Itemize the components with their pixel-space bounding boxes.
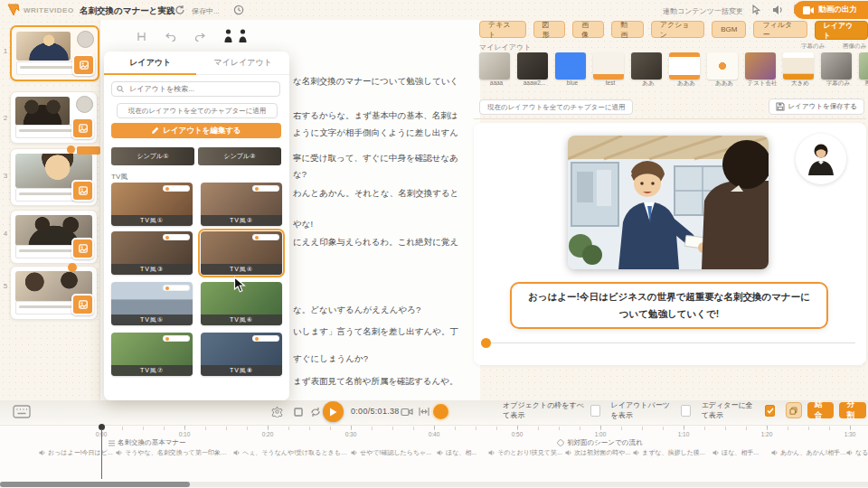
timeline-chapter-2[interactable]: 初対面のシーンでの流れ bbox=[557, 438, 643, 447]
option-label: レイアウトパーツを表示 bbox=[611, 400, 675, 420]
checkbox-show-all-editor[interactable] bbox=[765, 405, 775, 417]
preview-progress-handle[interactable] bbox=[481, 338, 491, 348]
merge-button[interactable]: 結合 bbox=[807, 402, 835, 418]
tab-my-layout[interactable]: マイレイアウト bbox=[197, 52, 290, 74]
tab-filter[interactable]: フィルター bbox=[753, 21, 807, 38]
checkbox-layout-parts[interactable] bbox=[681, 405, 691, 417]
tab-text[interactable]: テキスト bbox=[479, 21, 526, 38]
tab-action[interactable]: アクション bbox=[651, 21, 704, 38]
narrator-figure bbox=[796, 134, 846, 184]
save-layout-button[interactable]: レイアウトを保存する bbox=[769, 99, 864, 115]
play-button[interactable] bbox=[323, 401, 344, 422]
timeline-clip[interactable]: 次は初対面の時や... bbox=[565, 448, 630, 457]
layout-search[interactable] bbox=[111, 81, 280, 97]
layout-item-tv-5[interactable]: TV風⑤ bbox=[111, 282, 193, 325]
timeline-clip[interactable]: ほな、相手... bbox=[712, 448, 759, 457]
layout-quick-button[interactable] bbox=[71, 117, 94, 139]
layout-quick-button[interactable] bbox=[71, 238, 94, 259]
layout-quick-button[interactable] bbox=[71, 180, 94, 202]
ruler-label: 0:40 bbox=[429, 431, 440, 437]
chapter-thumbnail bbox=[15, 97, 70, 126]
camera-icon[interactable] bbox=[401, 407, 413, 417]
keyboard-shortcut-icon[interactable] bbox=[13, 405, 31, 418]
timeline-clip[interactable]: そのとおり!技見て笑... bbox=[488, 448, 562, 457]
tab-image[interactable]: 画像 bbox=[572, 21, 604, 38]
loop-icon[interactable] bbox=[310, 407, 321, 418]
scene-image[interactable] bbox=[568, 136, 769, 269]
timeline-clip[interactable]: あかん、あかん!相手の名... bbox=[771, 448, 847, 457]
zoom-knob[interactable] bbox=[431, 402, 450, 421]
display-options: オブジェクトの枠をすべて表示 レイアウトパーツを表示 エディターに全て表示 結合… bbox=[503, 401, 866, 419]
audio-icon[interactable] bbox=[772, 5, 784, 15]
sync-icon[interactable] bbox=[175, 5, 185, 15]
tab-video[interactable]: 動画 bbox=[611, 21, 643, 38]
timeline-chapter-1[interactable]: 名刺交換の基本マナー bbox=[108, 438, 186, 447]
badge-pill bbox=[163, 335, 190, 342]
layout-quick-button[interactable] bbox=[72, 54, 95, 76]
layout-item-tv-3[interactable]: TV風③ bbox=[111, 231, 193, 275]
timeline-clip[interactable]: せやで!確認したらちゃ... bbox=[351, 448, 431, 457]
layout-item-tv-1[interactable]: TV風① bbox=[111, 183, 193, 226]
narrator-avatar[interactable] bbox=[796, 134, 846, 184]
redo-icon[interactable] bbox=[194, 32, 205, 42]
layout-item-tv-2[interactable]: TV風② bbox=[201, 183, 282, 226]
my-layout-item[interactable] bbox=[859, 52, 868, 80]
my-layout-item[interactable] bbox=[669, 52, 700, 80]
character-2-icon[interactable] bbox=[238, 29, 248, 43]
layout-item-simple-2[interactable]: シンプル② bbox=[198, 147, 281, 165]
timeline-clip[interactable]: なる... bbox=[846, 448, 868, 457]
tab-bgm[interactable]: BGM bbox=[712, 21, 746, 38]
ruler-label: 1:30 bbox=[844, 431, 856, 437]
history-icon[interactable] bbox=[233, 5, 244, 15]
subtitle-bubble[interactable]: おっはよー!今日はビジネスの世界で超重要な名刺交換のマナーについて勉強していくで… bbox=[510, 282, 828, 329]
layout-item-label: TV風② bbox=[201, 215, 282, 226]
split-button[interactable]: 分割 bbox=[839, 402, 866, 418]
chapter-card-4[interactable] bbox=[10, 210, 98, 264]
my-layout-item[interactable] bbox=[821, 52, 852, 80]
layout-item-simple-1[interactable]: シンプル① bbox=[111, 147, 194, 165]
layout-item-tv-4-selected[interactable]: TV風④ bbox=[201, 231, 282, 275]
my-layout-item[interactable] bbox=[479, 52, 510, 80]
my-layout-item[interactable] bbox=[745, 52, 776, 80]
edit-layout-button[interactable]: レイアウトを編集する bbox=[111, 123, 281, 138]
tab-shape[interactable]: 図形 bbox=[533, 21, 565, 38]
ruler-label: 0:30 bbox=[345, 431, 357, 437]
layout-item-tv-8[interactable]: TV風⑧ bbox=[201, 333, 282, 376]
my-layout-item[interactable] bbox=[517, 52, 548, 80]
layout-search-input[interactable] bbox=[127, 84, 275, 94]
layout-item-tv-7[interactable]: TV風⑦ bbox=[111, 333, 193, 376]
tab-layout[interactable]: レイアウト bbox=[104, 52, 197, 74]
horizontal-scrollbar-thumb[interactable] bbox=[0, 482, 190, 487]
my-layout-item[interactable] bbox=[593, 52, 624, 80]
timeline-clip[interactable]: おっはよー!今日はビ... bbox=[39, 448, 113, 457]
chapter-icon bbox=[108, 440, 115, 446]
export-video-button[interactable]: 動画の出力 bbox=[794, 1, 868, 19]
chapter-card-5[interactable] bbox=[10, 266, 98, 320]
my-layout-item[interactable] bbox=[555, 52, 586, 80]
chapter-card-1[interactable] bbox=[10, 25, 99, 81]
apply-layout-all-button-right[interactable]: 現在のレイアウトを全てのチャプターに適用 bbox=[479, 99, 633, 115]
checkbox-object-frames[interactable] bbox=[590, 405, 600, 417]
chapter-card-3[interactable] bbox=[10, 148, 98, 206]
pointer-icon[interactable] bbox=[751, 5, 761, 15]
expand-icon[interactable] bbox=[419, 407, 429, 417]
character-1-icon[interactable] bbox=[223, 29, 233, 43]
timeline-clip[interactable]: そうやな、名刺交換って第一印象め... bbox=[116, 448, 231, 457]
bookmark-icon[interactable] bbox=[137, 32, 146, 42]
stop-icon[interactable] bbox=[294, 408, 303, 417]
tab-layout-active[interactable]: レイアウト bbox=[815, 21, 868, 40]
timeline-clip[interactable]: まずな、挨拶した後... bbox=[633, 448, 705, 457]
my-layout-item[interactable] bbox=[707, 52, 738, 80]
timeline-clip[interactable]: ほな、相... bbox=[437, 448, 476, 457]
apply-layout-all-button[interactable]: 現在のレイアウトを全てのチャプターに適用 bbox=[117, 103, 278, 118]
timeline-clip[interactable]: へぇ、そうなんや!受け取るときも同... bbox=[233, 448, 349, 457]
settings-gear-icon[interactable] bbox=[271, 406, 283, 418]
undo-icon[interactable] bbox=[165, 32, 176, 42]
copy-button[interactable] bbox=[786, 402, 802, 418]
bulk-edit-button[interactable]: 連動コンテンツ一括変更 bbox=[663, 6, 743, 16]
my-layout-item[interactable] bbox=[783, 52, 814, 80]
my-layout-item[interactable] bbox=[631, 52, 662, 80]
layout-quick-button[interactable] bbox=[71, 294, 94, 315]
chapter-card-2[interactable] bbox=[10, 91, 98, 144]
script-line: にええ印象与えられるわ。これ絶対に覚え bbox=[293, 237, 458, 249]
